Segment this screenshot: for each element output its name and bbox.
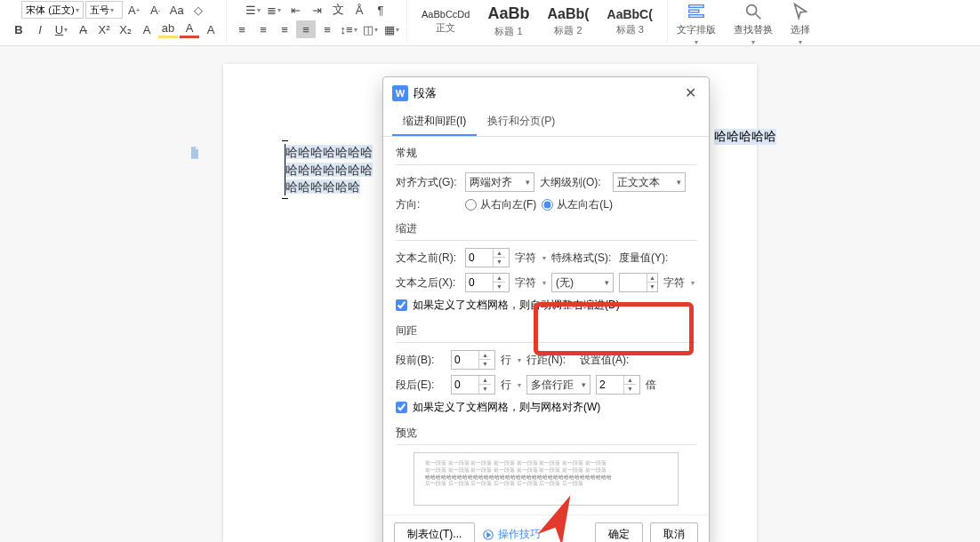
- text-effect-icon[interactable]: A: [137, 20, 157, 38]
- italic-icon[interactable]: I: [30, 20, 50, 38]
- text-layout-button[interactable]: 文字排版▾: [668, 0, 725, 48]
- find-replace-button[interactable]: 查找替换▾: [725, 0, 782, 48]
- special-label: 特殊格式(S):: [551, 251, 614, 266]
- shading-para-icon[interactable]: ◫▾: [360, 20, 380, 38]
- ribbon-toolbar: 宋体 (正文)▾ 五号▾ A+ A- Aa ◇ B I U▾ A̶ X² X₂ …: [0, 0, 980, 46]
- section-indent: 缩进: [396, 218, 696, 238]
- direction-label: 方向:: [396, 197, 460, 212]
- outline-label: 大纲级别(O):: [540, 175, 607, 190]
- measure-spinner[interactable]: ▲▼: [619, 273, 658, 292]
- style-normal[interactable]: AaBbCcDd 正文: [413, 7, 478, 36]
- setat-label: 设置值(A):: [580, 353, 630, 368]
- linespacing-label: 行距(N):: [526, 353, 574, 368]
- align-select[interactable]: 两端对齐▾: [465, 172, 534, 192]
- align-left-icon[interactable]: ≡: [232, 20, 252, 38]
- align-label: 对齐方式(G):: [396, 175, 460, 190]
- shrink-font-icon[interactable]: A-: [146, 1, 165, 19]
- space-before-spinner[interactable]: ▲▼: [451, 350, 495, 370]
- setat-spinner[interactable]: ▲▼: [596, 375, 640, 395]
- indent-after-spinner[interactable]: ▲▼: [465, 273, 510, 292]
- grow-font-icon[interactable]: A+: [125, 1, 144, 19]
- section-general: 常规: [396, 142, 696, 163]
- align-right-icon[interactable]: ≡: [275, 20, 294, 38]
- superscript-icon[interactable]: X²: [94, 20, 114, 38]
- font-family-combo[interactable]: 宋体 (正文)▾: [21, 1, 83, 19]
- indent-after-label: 文本之后(X):: [396, 275, 460, 291]
- divider: [396, 240, 696, 241]
- page-marker-icon: [188, 146, 202, 160]
- sort-icon[interactable]: Å: [349, 1, 369, 19]
- linespacing-select[interactable]: 多倍行距▾: [526, 375, 590, 395]
- dialog-body: 常规 对齐方式(G): 两端对齐▾ 大纲级别(O): 正文文本▾ 方向: 从右向…: [383, 137, 709, 514]
- close-icon[interactable]: ✕: [681, 84, 700, 101]
- svg-line-4: [756, 14, 761, 20]
- bullets-icon[interactable]: ☰▾: [243, 1, 262, 19]
- paragraph-dialog: W 段落 ✕ 缩进和间距(I) 换行和分页(P) 常规 对齐方式(G): 两端对…: [382, 76, 710, 542]
- subscript-icon[interactable]: X₂: [116, 20, 135, 38]
- layout-icon: [687, 2, 706, 21]
- show-marks-icon[interactable]: ¶: [371, 1, 390, 19]
- clear-format-icon[interactable]: ◇: [189, 1, 208, 19]
- section-spacing: 间距: [396, 320, 696, 340]
- change-case-icon[interactable]: Aa: [167, 1, 187, 19]
- style-heading1[interactable]: AaBb 标题 1: [478, 3, 538, 40]
- tab-indent-spacing[interactable]: 缩进和间距(I): [392, 108, 477, 136]
- font-color-icon[interactable]: A: [180, 20, 199, 38]
- line-spacing-icon[interactable]: ↕≡▾: [339, 20, 358, 38]
- dialog-title: 段落: [414, 85, 437, 101]
- style-heading3[interactable]: AaBbC( 标题 3: [598, 5, 662, 38]
- numbering-icon[interactable]: ≣▾: [264, 1, 284, 19]
- outline-select[interactable]: 正文文本▾: [613, 172, 686, 192]
- ok-button[interactable]: 确定: [595, 522, 643, 542]
- svg-rect-0: [689, 5, 704, 8]
- text-direction-icon[interactable]: 文: [328, 1, 348, 19]
- play-icon: [482, 529, 494, 541]
- tips-link[interactable]: 操作技巧: [482, 527, 541, 542]
- app-icon: W: [392, 85, 408, 101]
- strike-icon[interactable]: A̶: [73, 20, 92, 38]
- select-button[interactable]: 选择▾: [782, 0, 819, 48]
- dialog-tabs: 缩进和间距(I) 换行和分页(P): [383, 108, 709, 137]
- borders-icon[interactable]: ▦▾: [382, 20, 401, 38]
- underline-icon[interactable]: U▾: [52, 20, 71, 38]
- svg-rect-1: [689, 10, 699, 12]
- outdent-icon[interactable]: ⇤: [285, 1, 305, 19]
- bold-icon[interactable]: B: [9, 20, 28, 38]
- overflow-text: 哈哈哈哈哈: [714, 129, 776, 145]
- cursor-icon: [791, 2, 810, 21]
- paragraph-group: ☰▾ ≣▾ ⇤ ⇥ 文 Å ¶ ≡ ≡ ≡ ≡ ≡ ↕≡▾ ◫▾ ▦▾: [227, 0, 407, 43]
- align-center-icon[interactable]: ≡: [253, 20, 273, 38]
- space-after-label: 段后(E):: [396, 378, 446, 393]
- selection-handle-left[interactable]: [285, 144, 285, 195]
- shading-icon[interactable]: A: [201, 20, 221, 38]
- grid-align-check[interactable]: 如果定义了文档网格，则与网格对齐(W): [396, 400, 696, 415]
- align-justify-icon[interactable]: ≡: [296, 20, 316, 38]
- search-icon: [743, 2, 763, 21]
- styles-group: AaBbCcDd 正文 AaBb 标题 1 AaBb( 标题 2 AaBbC( …: [407, 0, 668, 43]
- divider: [396, 342, 696, 343]
- svg-rect-2: [689, 15, 704, 18]
- font-size-combo[interactable]: 五号▾: [85, 1, 123, 19]
- cancel-button[interactable]: 取消: [650, 522, 698, 542]
- indent-before-spinner[interactable]: ▲▼: [465, 248, 510, 267]
- section-preview: 预览: [396, 422, 696, 442]
- ltr-radio[interactable]: 从左向右(L): [542, 197, 613, 212]
- indent-icon[interactable]: ⇥: [307, 1, 326, 19]
- special-select[interactable]: (无)▾: [551, 273, 614, 292]
- style-heading2[interactable]: AaBb( 标题 2: [538, 4, 598, 39]
- divider: [396, 164, 696, 165]
- arrow-annotation: [534, 493, 587, 542]
- svg-point-3: [747, 5, 757, 15]
- indent-before-label: 文本之前(R):: [396, 251, 460, 266]
- tabs-button[interactable]: 制表位(T)...: [394, 522, 475, 542]
- dialog-titlebar: W 段落 ✕: [383, 77, 709, 108]
- distribute-icon[interactable]: ≡: [317, 20, 337, 38]
- divider: [396, 444, 696, 445]
- auto-adjust-check[interactable]: 如果定义了文档网格，则自动调整右缩进(D): [396, 298, 696, 313]
- highlight-icon[interactable]: ab: [158, 20, 178, 38]
- rtl-radio[interactable]: 从右向左(F): [465, 197, 536, 212]
- measure-label: 度量值(Y):: [619, 251, 668, 266]
- space-after-spinner[interactable]: ▲▼: [451, 375, 495, 395]
- tab-line-page[interactable]: 换行和分页(P): [477, 108, 566, 136]
- font-group: 宋体 (正文)▾ 五号▾ A+ A- Aa ◇ B I U▾ A̶ X² X₂ …: [4, 0, 227, 43]
